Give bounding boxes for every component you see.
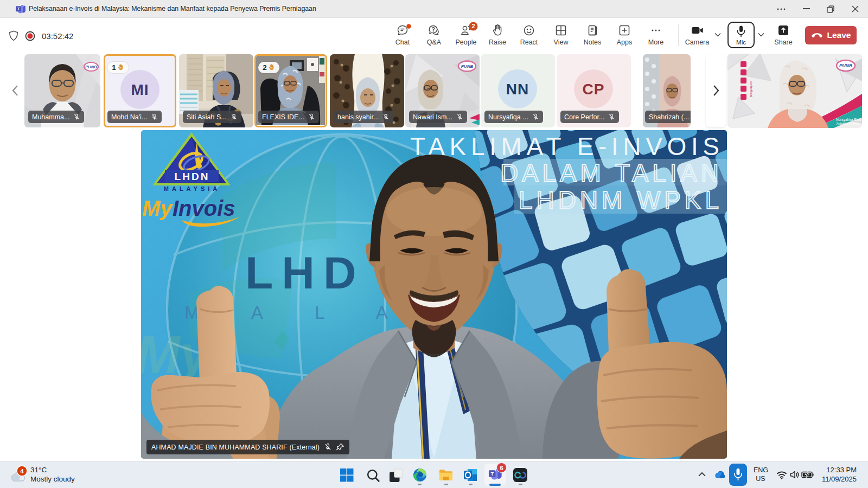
svg-text:NN: NN <box>506 81 529 98</box>
svg-text:My: My <box>142 196 173 220</box>
svg-text:DALAM TALIAN: DALAM TALIAN <box>500 159 720 187</box>
svg-text:TAKLIMAT E-INVOIS: TAKLIMAT E-INVOIS <box>410 132 720 160</box>
svg-text:6: 6 <box>500 465 503 471</box>
svg-text:T: T <box>17 7 20 11</box>
svg-text:Nursyahira Binti: Nursyahira Binti <box>836 118 861 122</box>
svg-text:Invois: Invois <box>173 196 235 220</box>
svg-text:LHD: LHD <box>245 247 365 298</box>
svg-text:PUNB: PUNB <box>85 65 97 69</box>
svg-text:4: 4 <box>20 468 24 474</box>
svg-text:Zulkifli - PUNB: Zulkifli - PUNB <box>836 122 859 126</box>
svg-text:PUNB: PUNB <box>839 63 852 68</box>
svg-text:2: 2 <box>471 23 475 29</box>
svg-text:PUNB: PUNB <box>461 64 474 69</box>
svg-text:MI: MI <box>131 81 149 98</box>
svg-text:LHDN: LHDN <box>175 171 210 182</box>
svg-text:punbofficial: punbofficial <box>750 81 753 97</box>
svg-text:CP: CP <box>583 81 605 98</box>
svg-text:MALAYSIA: MALAYSIA <box>164 185 220 192</box>
svg-text:LHDNM WPKL: LHDNM WPKL <box>519 186 720 214</box>
svg-text:T: T <box>490 471 494 477</box>
